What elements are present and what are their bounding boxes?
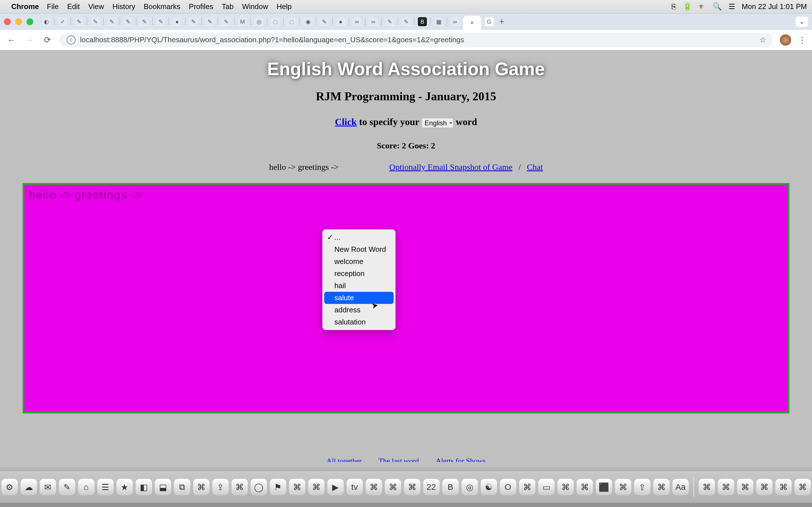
dock-app-icon[interactable]: ⌘ [795,479,811,495]
dock-app-icon[interactable]: ⌘ [404,479,420,495]
dock-app-icon[interactable]: ⌘ [653,479,670,495]
maximize-window-button[interactable] [27,18,33,25]
pinned-tab[interactable]: ∞ [451,17,460,26]
pinned-tab[interactable]: ◐ [42,17,51,26]
dropdown-option[interactable]: New Root Word [324,243,394,256]
dock-app-icon[interactable]: ⌘ [615,479,631,495]
clock[interactable]: Mon 22 Jul 1:01 PM [742,2,807,11]
dropdown-option[interactable]: reception [324,268,394,280]
dock-app-icon[interactable]: ⌘ [308,479,324,495]
dock-app-icon[interactable]: ⌘ [557,479,574,495]
dock-app-icon[interactable]: ⚙ [1,479,18,495]
dock-app-icon[interactable]: ⇪ [212,479,229,495]
dock-app-icon[interactable]: ☯ [481,479,497,495]
chrome-menu-icon[interactable]: ⋮ [798,35,806,45]
dock-app-icon[interactable]: ⌂ [78,479,94,495]
app-name[interactable]: Chrome [11,2,39,11]
dock-app-icon[interactable]: ⌘ [366,479,382,495]
search-icon[interactable]: 🔍 [713,2,722,11]
dock-app-icon[interactable]: ◯ [251,479,267,495]
back-button[interactable]: ← [6,35,17,45]
dock-app-icon[interactable]: ⌘ [576,479,593,495]
menu-view[interactable]: View [88,2,104,11]
pinned-tab[interactable]: ✎ [91,17,100,26]
dropdown-option[interactable]: ... [324,231,394,243]
click-link[interactable]: Click [335,117,357,127]
menu-profiles[interactable]: Profiles [189,2,213,11]
dock-app-icon[interactable]: ✎ [59,479,75,495]
dock-app-icon[interactable]: ◎ [462,479,478,495]
email-snapshot-link[interactable]: Optionally Email Snapshot of Game [389,162,513,172]
battery-icon[interactable]: 🔋 [683,2,692,11]
pinned-tab[interactable]: ● [172,17,182,26]
menu-help[interactable]: Help [276,2,292,11]
dock-app-icon[interactable]: ⌘ [775,479,792,495]
tab-overflow-button[interactable]: ⌄ [796,17,808,27]
dock-app-icon[interactable]: tv [347,479,363,495]
pinned-tab[interactable]: ✎ [205,17,214,26]
minimize-window-button[interactable] [15,18,22,25]
new-tab-button[interactable]: + [499,17,504,26]
dock-app-icon[interactable]: ⌘ [289,479,305,495]
pinned-tab[interactable]: ● [336,17,345,26]
dock-app-icon[interactable]: B [442,479,459,495]
footer-link[interactable]: Alerts for Shows [436,457,486,462]
dock-app-icon[interactable]: ✉ [40,479,56,495]
dropdown-option[interactable]: salutation [324,316,394,328]
menu-edit[interactable]: Edit [67,2,80,11]
menubar-icon[interactable]: ⎘ [672,2,676,11]
pinned-tab[interactable]: B [418,17,427,26]
pinned-tab[interactable]: ✎ [385,17,394,26]
pinned-tab[interactable]: ◎ [254,17,263,26]
dock-app-icon[interactable]: ☰ [97,479,114,495]
dock-app-icon[interactable]: ▭ [538,479,555,495]
dock-app-icon[interactable]: ⌘ [756,479,772,495]
pinned-tab[interactable]: ✎ [74,17,84,26]
dock-app-icon[interactable]: ☁ [20,479,37,495]
wifi-icon[interactable]: ᯤ [699,2,706,11]
active-tab[interactable]: × [463,16,481,30]
footer-link[interactable]: The last word [378,457,419,462]
dock-app-icon[interactable]: ⬛ [596,479,612,495]
menu-file[interactable]: File [47,2,59,11]
dock-app-icon[interactable]: Aa [672,479,689,495]
dock-app-icon[interactable]: ⧉ [174,479,190,495]
menu-history[interactable]: History [112,2,135,11]
forward-button[interactable]: → [24,35,35,45]
dock-app-icon[interactable]: ⌘ [737,479,753,495]
dropdown-option[interactable]: hail [324,280,394,292]
pinned-tab[interactable]: ▦ [434,17,443,26]
dock-app-icon[interactable]: ⌘ [718,479,734,495]
pinned-tab[interactable]: ∞ [352,17,361,26]
dock-app-icon[interactable]: ⌘ [699,479,715,495]
menu-tab[interactable]: Tab [222,2,234,11]
pinned-tab[interactable]: ✎ [402,17,410,26]
pinned-tab[interactable]: M [238,17,247,26]
site-info-icon[interactable]: i [66,36,75,45]
dropdown-option-highlighted[interactable]: salute [324,292,394,304]
dock-app-icon[interactable]: ⌘ [385,479,401,495]
pinned-tab[interactable]: ✎ [320,17,329,26]
control-center-icon[interactable]: ☰ [728,2,735,11]
dock-app-icon[interactable]: ⌘ [232,479,248,495]
profile-avatar[interactable] [780,34,791,46]
pinned-tab[interactable]: ✓ [58,17,67,26]
dropdown-option[interactable]: welcome [324,256,394,268]
address-bar[interactable]: i localhost:8888/PHP/YQL/Thesaurus/word_… [60,33,773,47]
dock-app-icon[interactable]: ⌘ [519,479,536,495]
dropdown-option[interactable]: address [324,304,394,316]
pinned-tab[interactable]: ∞ [369,17,378,26]
dock-app-icon[interactable]: 22 [423,479,440,495]
menu-bookmarks[interactable]: Bookmarks [144,2,181,11]
pinned-tab[interactable]: ◌ [271,17,280,26]
close-tab-icon[interactable]: × [470,19,474,26]
dock-app-icon[interactable]: ◧ [136,479,152,495]
language-select[interactable]: English [421,118,453,128]
pinned-tab[interactable]: ✎ [189,17,198,26]
dock-app-icon[interactable]: ★ [116,479,133,495]
menu-window[interactable]: Window [242,2,268,11]
bookmark-star-icon[interactable]: ☆ [759,35,766,45]
dock-app-icon[interactable]: ▶ [327,479,344,495]
pinned-tab[interactable]: ◉ [303,17,312,26]
footer-link[interactable]: All together [326,457,362,462]
